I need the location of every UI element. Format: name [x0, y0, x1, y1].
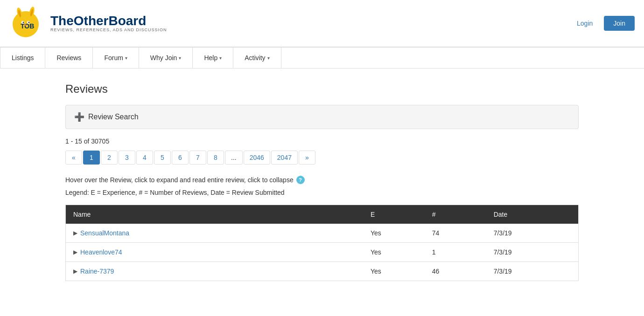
nav-label-help: Help: [204, 54, 217, 62]
col-header-e: E: [363, 205, 425, 224]
logo-subtitle: Reviews, References, Ads and Discussion: [50, 27, 167, 32]
row-count: 1: [425, 243, 486, 262]
pagination-info: 1 - 15 of 30705: [65, 137, 579, 145]
page-3[interactable]: 3: [119, 151, 135, 165]
row-name-text: Heavenlove74: [80, 248, 122, 256]
nav-label-reviews: Reviews: [56, 54, 81, 62]
review-search-box[interactable]: ➕ Review Search: [65, 105, 579, 129]
join-button[interactable]: Join: [604, 16, 635, 31]
page-2[interactable]: 2: [101, 151, 118, 165]
plus-icon: ➕: [74, 112, 84, 122]
page-next[interactable]: »: [299, 151, 315, 165]
page-ellipsis: ...: [225, 151, 243, 165]
nav-label-forum: Forum: [104, 54, 123, 62]
logo-area: TOB TheOtherBoard Reviews, References, A…: [9, 5, 167, 42]
main-content: Reviews ➕ Review Search 1 - 15 of 30705 …: [56, 69, 588, 295]
row-count: 74: [425, 224, 486, 243]
hover-tip: Hover over the Review, click to expand a…: [65, 176, 579, 184]
table-row: ▶Raine-7379Yes467/3/19: [66, 262, 579, 281]
row-expand-icon: ▶: [73, 230, 77, 236]
header: TOB TheOtherBoard Reviews, References, A…: [0, 0, 644, 47]
nav-label-why-join: Why Join: [150, 54, 177, 62]
hover-tip-text: Hover over the Review, click to expand a…: [65, 176, 294, 184]
activity-caret-icon: ▾: [267, 55, 270, 61]
login-button[interactable]: Login: [571, 17, 598, 30]
col-header-name: Name: [66, 205, 363, 224]
logo-icon: TOB: [9, 5, 47, 42]
row-expand-icon: ▶: [73, 268, 77, 275]
nav-item-why-join[interactable]: Why Join ▾: [139, 48, 193, 68]
help-circle-icon[interactable]: ?: [296, 176, 305, 184]
logo-text: TheOtherBoard Reviews, References, Ads a…: [50, 14, 167, 32]
nav-item-forum[interactable]: Forum ▾: [93, 48, 139, 68]
table-row: ▶Heavenlove74Yes17/3/19: [66, 243, 579, 262]
row-experience: Yes: [363, 243, 425, 262]
why-join-caret-icon: ▾: [179, 55, 181, 61]
help-caret-icon: ▾: [219, 55, 222, 61]
page-2047[interactable]: 2047: [271, 151, 298, 165]
reviews-table: Name E # Date ▶SensualMontanaYes747/3/19…: [65, 205, 579, 281]
header-actions: Login Join: [571, 16, 635, 31]
nav-label-activity: Activity: [245, 54, 265, 62]
page-8[interactable]: 8: [207, 151, 224, 165]
page-1[interactable]: 1: [83, 151, 100, 165]
table-header-row: Name E # Date: [66, 205, 579, 224]
row-experience: Yes: [363, 224, 425, 243]
legend-text: Legend: E = Experience, # = Number of Re…: [65, 189, 579, 196]
row-name-text: Raine-7379: [80, 268, 114, 275]
pagination: « 1 2 3 4 5 6 7 8 ... 2046 2047 »: [65, 151, 579, 165]
nav-item-help[interactable]: Help ▾: [193, 48, 233, 68]
page-7[interactable]: 7: [189, 151, 206, 165]
row-name-link-0[interactable]: ▶SensualMontana: [73, 229, 356, 237]
page-title: Reviews: [65, 82, 579, 96]
row-name-link-2[interactable]: ▶Raine-7379: [73, 268, 356, 275]
nav-bar: Listings Reviews Forum ▾ Why Join ▾ Help…: [0, 47, 644, 69]
page-4[interactable]: 4: [136, 151, 153, 165]
page-6[interactable]: 6: [172, 151, 189, 165]
forum-caret-icon: ▾: [125, 55, 127, 61]
row-expand-icon: ▶: [73, 249, 77, 255]
row-date: 7/3/19: [486, 224, 579, 243]
table-row: ▶SensualMontanaYes747/3/19: [66, 224, 579, 243]
page-5[interactable]: 5: [154, 151, 171, 165]
page-prev[interactable]: «: [65, 151, 82, 165]
nav-item-listings[interactable]: Listings: [0, 48, 45, 68]
nav-item-reviews[interactable]: Reviews: [45, 48, 93, 68]
row-name-text: SensualMontana: [80, 229, 129, 237]
svg-point-10: [25, 25, 27, 26]
col-header-num: #: [425, 205, 486, 224]
row-date: 7/3/19: [486, 243, 579, 262]
row-name-link-1[interactable]: ▶Heavenlove74: [73, 248, 356, 256]
col-header-date: Date: [486, 205, 579, 224]
svg-point-8: [23, 22, 24, 23]
row-count: 46: [425, 262, 486, 281]
nav-item-activity[interactable]: Activity ▾: [233, 48, 281, 68]
row-experience: Yes: [363, 262, 425, 281]
page-2046[interactable]: 2046: [244, 151, 270, 165]
logo-title: TheOtherBoard: [50, 14, 167, 27]
row-date: 7/3/19: [486, 262, 579, 281]
review-search-label: Review Search: [88, 113, 139, 121]
nav-label-listings: Listings: [12, 54, 34, 62]
svg-point-9: [28, 22, 30, 23]
